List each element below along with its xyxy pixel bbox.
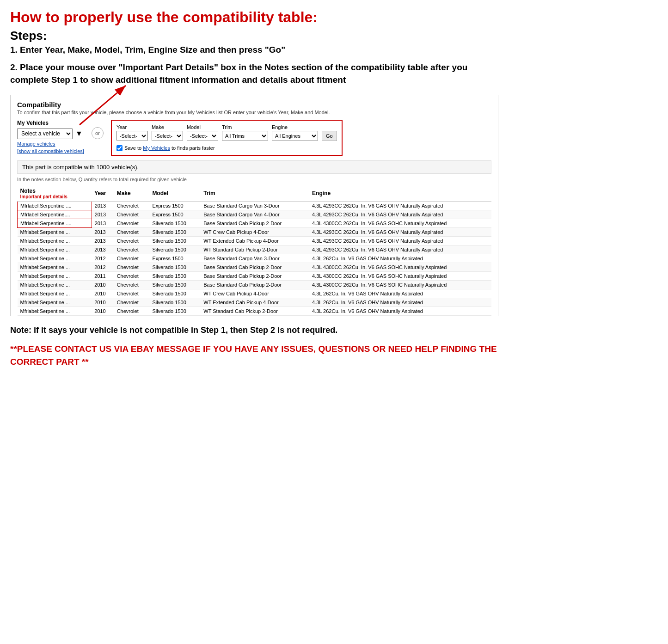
my-vehicles-link[interactable]: My Vehicles [143,145,170,151]
save-row: Save to My Vehicles to finds parts faste… [116,145,215,151]
engine-select[interactable]: All Engines [272,131,318,141]
trim-cell: Base Standard Cab Pickup 2-Door [201,219,309,227]
go-field: Go [322,124,337,141]
year-cell: 2013 [92,245,114,254]
model-cell: Express 1500 [149,201,201,210]
make-cell: Chevrolet [114,201,150,210]
table-row: Mfrlabel:Serpentine ...2012ChevroletSilv… [18,263,492,271]
my-vehicles-label: My Vehicles [17,120,84,126]
trim-cell: WT Crew Cab Pickup 4-Door [201,289,309,298]
notes-cell[interactable]: Mfrlabel:Serpentine.... [18,210,92,219]
col-year: Year [92,186,114,202]
model-label: Model [187,124,218,130]
model-cell: Silverado 1500 [149,307,201,315]
step2-text: 2. Place your mouse over "Important Part… [10,61,498,86]
engine-cell: 4.3L 4293CC 262Cu. In. V6 GAS OHV Natura… [309,201,491,210]
notes-cell: Mfrlabel:Serpentine ... [18,263,92,271]
arrow-area: Compatibility To confirm that this part … [10,95,498,316]
engine-field: Engine All Engines [272,124,318,141]
notes-cell: Mfrlabel:Serpentine ... [18,245,92,254]
trim-cell: WT Extended Cab Pickup 4-Door [201,298,309,307]
table-row: Mfrlabel:Serpentine ...2013ChevroletSilv… [18,245,492,254]
main-title: How to properly use the compatibility ta… [10,8,498,26]
manage-vehicles-link[interactable]: Manage vehicles [17,141,84,147]
table-row: Mfrlabel:Serpentine ...2013ChevroletSilv… [18,227,492,236]
step1-text: 1. Enter Year, Make, Model, Trim, Engine… [10,45,498,55]
go-button[interactable]: Go [322,131,337,141]
table-row: Mfrlabel:Serpentine ...2010ChevroletSilv… [18,307,492,315]
contact-section: **PLEASE CONTACT US VIA EBAY MESSAGE IF … [10,343,498,369]
important-part-label: Important part details [20,194,89,199]
make-select[interactable]: -Select- [152,131,183,141]
table-row: Mfrlabel:Serpentine ...2010ChevroletSilv… [18,280,492,289]
show-all-link[interactable]: [show all compatible vehicles] [17,148,84,154]
make-field: Make -Select- [152,124,183,141]
make-cell: Chevrolet [114,263,150,271]
year-select[interactable]: -Select- [116,131,148,141]
make-cell: Chevrolet [114,298,150,307]
table-body: Mfrlabel:Serpentine ....2013ChevroletExp… [18,201,492,315]
engine-cell: 4.3L 4300CC 262Cu. In. V6 GAS SOHC Natur… [309,271,491,280]
model-cell: Silverado 1500 [149,298,201,307]
table-row: Mfrlabel:Serpentine ...2013ChevroletSilv… [18,236,492,245]
table-row: Mfrlabel:Serpentine ...2010ChevroletSilv… [18,298,492,307]
notes-cell: Mfrlabel:Serpentine ... [18,298,92,307]
model-cell: Silverado 1500 [149,289,201,298]
model-field: Model -Select- [187,124,218,141]
year-cell: 2010 [92,289,114,298]
notes-cell: Mfrlabel:Serpentine ... [18,280,92,289]
year-cell: 2013 [92,201,114,210]
save-checkbox[interactable] [116,145,123,151]
year-label: Year [116,124,148,130]
my-vehicles-section: My Vehicles Select a vehicle ▼ Manage ve… [17,120,84,154]
ymm-box: Year -Select- Make -Select- [111,120,343,156]
engine-label: Engine [272,124,318,130]
model-cell: Silverado 1500 [149,219,201,227]
engine-cell: 4.3L 262Cu. In. V6 GAS OHV Naturally Asp… [309,307,491,315]
save-text: Save to My Vehicles to finds parts faste… [124,145,215,151]
col-trim: Trim [201,186,309,202]
trim-cell: Base Standard Cargo Van 3-Door [201,254,309,263]
year-cell: 2013 [92,227,114,236]
make-cell: Chevrolet [114,280,150,289]
engine-cell: 4.3L 262Cu. In. V6 GAS OHV Naturally Asp… [309,289,491,298]
or-divider: or [92,127,104,139]
engine-cell: 4.3L 262Cu. In. V6 GAS OHV Naturally Asp… [309,254,491,263]
compatibility-table: Notes Important part details Year Make M… [17,186,491,316]
model-cell: Silverado 1500 [149,245,201,254]
table-row: Mfrlabel:Serpentine ...2012ChevroletExpr… [18,254,492,263]
compat-subtitle: To confirm that this part fits your vehi… [17,110,491,115]
col-model: Model [149,186,201,202]
steps-title: Steps: [10,29,498,43]
table-header-row: Notes Important part details Year Make M… [18,186,492,202]
table-row: Mfrlabel:Serpentine ...2010ChevroletSilv… [18,289,492,298]
trim-label: Trim [222,124,268,130]
make-cell: Chevrolet [114,236,150,245]
my-vehicles-dropdown[interactable]: Select a vehicle [17,128,73,139]
dropdown-arrow-icon: ▼ [75,129,83,138]
notes-cell: Mfrlabel:Serpentine ... [18,236,92,245]
make-cell: Chevrolet [114,289,150,298]
col-engine: Engine [309,186,491,202]
make-cell: Chevrolet [114,245,150,254]
model-cell: Express 1500 [149,210,201,219]
col-notes: Notes Important part details [18,186,92,202]
make-cell: Chevrolet [114,307,150,315]
model-cell: Silverado 1500 [149,271,201,280]
year-cell: 2013 [92,219,114,227]
year-cell: 2013 [92,236,114,245]
notes-cell[interactable]: Mfrlabel:Serpentine .... [18,201,92,210]
make-cell: Chevrolet [114,219,150,227]
make-cell: Chevrolet [114,227,150,236]
notes-cell: Mfrlabel:Serpentine ... [18,307,92,315]
model-cell: Silverado 1500 [149,236,201,245]
engine-cell: 4.3L 4293CC 262Cu. In. V6 GAS OHV Natura… [309,227,491,236]
trim-cell: WT Standard Cab Pickup 2-Door [201,245,309,254]
model-cell: Silverado 1500 [149,263,201,271]
year-cell: 2011 [92,271,114,280]
notes-cell[interactable]: Mfrlabel:Serpentine .... [18,219,92,227]
trim-cell: Base Standard Cargo Van 3-Door [201,201,309,210]
engine-cell: 4.3L 4293CC 262Cu. In. V6 GAS OHV Natura… [309,245,491,254]
trim-select[interactable]: All Trims [222,131,268,141]
model-select[interactable]: -Select- [187,131,218,141]
